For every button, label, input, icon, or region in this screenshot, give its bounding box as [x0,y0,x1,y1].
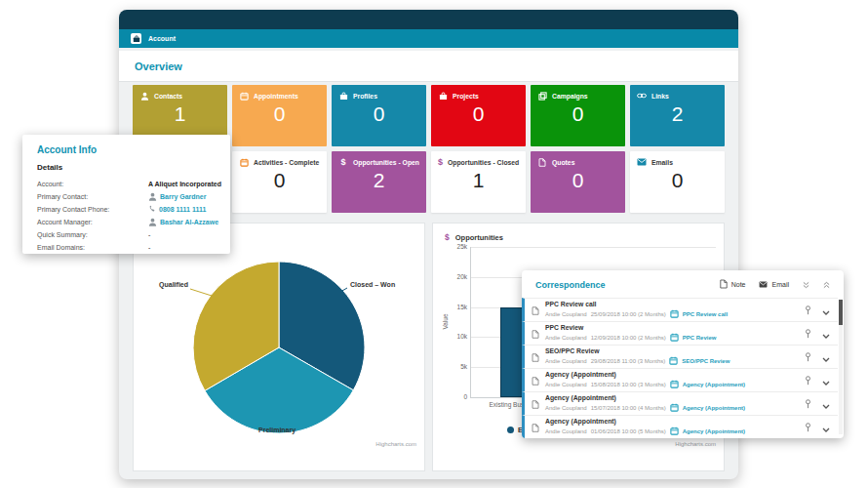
field-label: Primary Contact: [37,193,148,200]
field-value[interactable]: Barry Gardner [148,192,206,202]
tile-appointments[interactable]: Appointments0 [232,85,327,146]
account-info-title: Account Info [37,144,230,155]
scrollbar[interactable] [839,300,843,434]
account-info-rows: Account:A Aliquet IncorporatedPrimary Co… [37,178,230,254]
field-value: - [148,231,150,238]
field-label: Quick Summary: [37,231,148,238]
tile-count: 0 [332,103,426,124]
calendar-icon [239,91,249,101]
pin-icon[interactable] [805,395,811,413]
tile-count: 0 [531,170,625,190]
y-axis-label: Value [442,293,449,351]
item-author: Andie Coupland [545,335,587,341]
chevron-down-icon[interactable] [822,372,830,389]
doc-icon [532,395,539,413]
email-envelope-icon [759,281,768,289]
field-value[interactable]: Bashar Al-Azzawe [148,218,218,227]
chevron-down-icon[interactable] [822,348,830,366]
add-note-button[interactable]: Note [720,279,746,290]
pin-icon[interactable] [805,348,811,366]
account-info-row: Primary Contact Phone:0808 1111 1111 [37,203,230,216]
correspondence-item[interactable]: PPC ReviewAndie Coupland12/09/2018 10:00… [522,321,838,345]
tile-count: 0 [431,103,526,124]
tile-links[interactable]: Links2 [630,85,725,146]
y-tick-label: 5k [440,363,467,370]
field-label: Account Manager: [37,219,148,225]
pin-icon[interactable] [805,419,811,436]
correspondence-item[interactable]: Agency (Appointment)Andie Coupland01/06/… [522,415,838,438]
module-title: Account [148,35,176,42]
chevron-down-icon[interactable] [822,395,830,413]
tile-label: Emails [651,159,673,166]
item-title: PPC Review [545,324,716,331]
briefcase-icon [438,91,448,101]
pin-icon[interactable] [805,372,811,389]
item-link[interactable]: PPC Review call [683,311,728,317]
tile-opportunities-closed[interactable]: $Opportunities - Closed1 [431,151,526,213]
tile-count: 1 [431,170,526,190]
field-value[interactable]: 0808 1111 1111 [148,205,206,214]
tile-quotes[interactable]: Quotes0 [531,151,625,213]
chevron-down-icon[interactable] [822,302,830,319]
tile-campaigns[interactable]: Campaigns0 [531,85,625,146]
tile-profiles[interactable]: Profiles0 [332,85,426,146]
expand-all-icon[interactable] [803,281,809,289]
pie-label-qualified: Qualified [145,281,188,288]
legend-dot [507,427,514,433]
overview-header: Overview [119,51,738,82]
tile-label: Links [651,93,669,100]
calendar-icon [669,356,678,366]
tile-label: Contacts [154,93,182,100]
highcharts-credit[interactable]: Highcharts.com [375,441,416,447]
note-doc-icon [720,279,728,290]
item-title: Agency (Appointment) [545,394,745,401]
item-link[interactable]: Agency (Appointment) [683,382,745,387]
window-titlebar [119,10,738,29]
collapse-all-icon[interactable] [823,281,830,289]
field-label: Primary Contact Phone: [37,206,148,213]
account-info-panel: Account Info Details Account:A Aliquet I… [22,135,230,254]
account-info-row: Account:A Aliquet Incorporated [37,178,230,190]
chevron-down-icon[interactable] [822,419,830,436]
pie-label-preliminary: Preliminary [258,427,296,433]
correspondence-header: Correspondence Note Email [522,270,844,295]
account-module-icon [131,33,141,44]
calendar-icon [670,380,679,389]
field-value: A Aliquet Incorporated [148,181,221,187]
note-button-label: Note [731,281,746,288]
scrollbar-thumb[interactable] [839,300,843,325]
account-info-row: Primary Contact:Barry Gardner [37,190,230,203]
tile-label: Campaigns [552,93,588,100]
item-link[interactable]: Agency (Appointment) [683,428,745,434]
correspondence-item[interactable]: Agency (Appointment)Andie Coupland15/07/… [522,391,838,415]
doc-icon [532,419,539,436]
item-author: Andie Coupland [545,405,587,411]
pin-icon[interactable] [805,325,811,343]
account-info-row: Quick Summary:- [37,228,230,241]
item-datetime: 15/08/2018 10:00 (3 Months) [591,382,666,387]
item-link[interactable]: SEO/PPC Review [682,358,730,364]
item-datetime: 01/06/2018 10:00 (5 Months) [591,428,666,434]
pin-icon[interactable] [805,302,811,319]
correspondence-item[interactable]: SEO/PPC ReviewAndie Coupland29/08/2018 1… [522,345,838,368]
item-link[interactable]: Agency (Appointment) [683,405,745,411]
tile-label: Profiles [353,93,377,100]
chevron-down-icon[interactable] [822,325,830,343]
tile-count: 0 [531,103,625,124]
send-email-button[interactable]: Email [759,281,789,289]
tile-activities-complete[interactable]: Activities - Complete0 [232,151,327,213]
tile-projects[interactable]: Projects0 [431,85,526,146]
correspondence-list: PPC Review callAndie Coupland25/09/2018 … [522,298,838,438]
tile-emails[interactable]: Emails0 [630,151,725,213]
correspondence-item[interactable]: PPC Review callAndie Coupland25/09/2018 … [522,298,838,321]
tile-opportunities-open[interactable]: $Opportunities - Open2 [332,151,426,213]
item-link[interactable]: PPC Review [683,335,717,341]
account-info-row: Account Manager:Bashar Al-Azzawe [37,216,230,228]
doc-icon [532,325,539,343]
tile-count: 2 [630,103,725,124]
item-datetime: 15/07/2018 10:00 (4 Months) [591,405,666,411]
correspondence-item[interactable]: Agency (Appointment)Andie Coupland15/08/… [522,368,838,391]
dollar-icon: $ [438,157,443,167]
highcharts-credit[interactable]: Highcharts.com [675,441,716,447]
pie-chart[interactable] [134,224,424,470]
